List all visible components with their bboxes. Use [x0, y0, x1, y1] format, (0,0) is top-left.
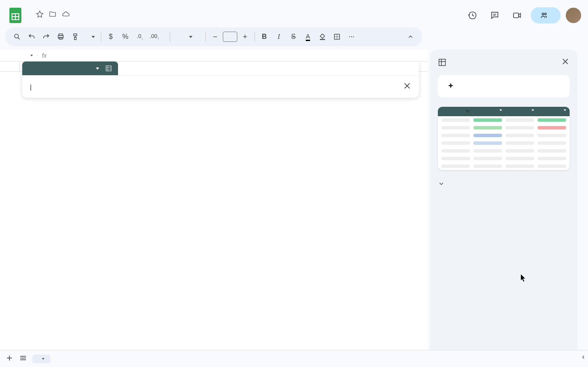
svg-point-18	[349, 36, 350, 37]
svg-point-9	[15, 34, 18, 38]
collapse-toolbar-icon[interactable]	[404, 30, 417, 44]
history-icon[interactable]	[464, 7, 481, 24]
star-icon[interactable]	[36, 10, 44, 20]
meet-icon[interactable]	[508, 7, 526, 24]
add-sheet-icon[interactable]	[5, 354, 14, 364]
block-preview: |	[22, 62, 419, 98]
percent-icon[interactable]: %	[118, 30, 132, 44]
close-panel-icon[interactable]	[561, 57, 570, 68]
svg-point-19	[351, 36, 352, 37]
svg-rect-21	[106, 66, 111, 71]
strikethrough-icon[interactable]: S	[287, 30, 300, 44]
folder-move-icon[interactable]	[49, 10, 56, 20]
sparkle-icon	[446, 82, 455, 91]
cell-reference[interactable]	[0, 55, 38, 56]
decrease-font-icon[interactable]: −	[208, 30, 222, 44]
select-all-corner[interactable]	[0, 62, 20, 71]
svg-rect-6	[514, 13, 519, 18]
share-button[interactable]	[531, 7, 561, 23]
fill-color-icon[interactable]	[316, 30, 329, 44]
borders-icon[interactable]	[330, 30, 344, 44]
svg-text:Tт: Tт	[466, 109, 470, 114]
more-icon[interactable]	[345, 30, 358, 44]
text-color-icon[interactable]: A	[301, 30, 315, 44]
formula-bar[interactable]: fx	[38, 52, 51, 59]
print-icon[interactable]	[54, 30, 68, 44]
decrease-decimal-icon[interactable]: .0↓	[133, 30, 147, 44]
italic-icon[interactable]: I	[272, 30, 286, 44]
table-icon	[105, 65, 112, 72]
svg-line-10	[18, 38, 20, 39]
font-size-input[interactable]	[223, 32, 237, 42]
increase-font-icon[interactable]: +	[238, 30, 252, 44]
app-header	[0, 0, 588, 27]
table-icon	[438, 58, 446, 67]
preview-card: Tт	[438, 107, 570, 170]
sheet-area: fx	[0, 50, 428, 353]
svg-rect-13	[59, 38, 62, 40]
cloud-icon[interactable]	[62, 10, 70, 20]
toolbar: $ % .0↓ .00↑ − + B I S A	[5, 27, 423, 46]
increase-decimal-icon[interactable]: .00↑	[148, 30, 161, 44]
svg-point-20	[353, 36, 354, 37]
bottom-bar	[0, 350, 588, 367]
comments-icon[interactable]	[486, 7, 503, 24]
side-panel: Tт	[430, 50, 577, 366]
expand-side-icon[interactable]	[580, 354, 586, 362]
bold-icon[interactable]: B	[257, 30, 271, 44]
avatar[interactable]	[566, 8, 581, 23]
search-icon[interactable]	[10, 30, 24, 44]
all-sheets-icon[interactable]	[19, 354, 27, 364]
featured-section-toggle[interactable]	[438, 180, 570, 187]
sheet-tab[interactable]	[33, 355, 50, 363]
svg-rect-14	[320, 39, 325, 40]
svg-point-8	[545, 13, 547, 15]
number-format-dropdown[interactable]	[162, 30, 167, 44]
block-title-bar[interactable]	[22, 62, 118, 75]
svg-rect-27	[439, 59, 446, 66]
currency-icon[interactable]: $	[104, 30, 118, 44]
people-icon	[540, 12, 548, 19]
zoom-dropdown[interactable]	[83, 36, 98, 38]
close-preview-icon[interactable]	[403, 82, 411, 92]
sheets-logo[interactable]	[7, 7, 24, 24]
undo-icon[interactable]	[25, 30, 38, 44]
font-dropdown[interactable]	[173, 36, 203, 38]
redo-icon[interactable]	[39, 30, 53, 44]
cursor-icon	[521, 274, 527, 284]
chevron-down-icon[interactable]	[96, 68, 99, 70]
help-create-table-button[interactable]	[438, 75, 570, 97]
paint-format-icon[interactable]	[68, 30, 82, 44]
chevron-down-icon	[438, 180, 445, 187]
svg-point-7	[542, 13, 544, 15]
